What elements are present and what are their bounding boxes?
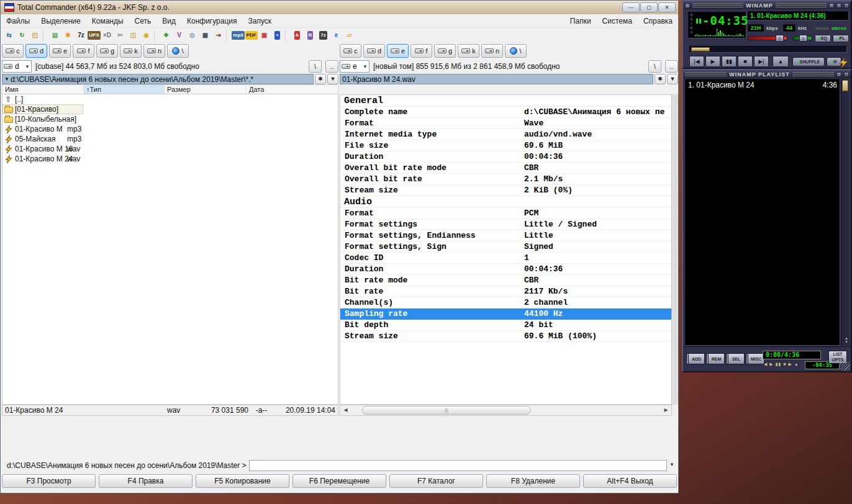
right-current-file[interactable]: 01-Красиво М 24.wav xyxy=(340,74,653,84)
info-row[interactable]: FormatWave xyxy=(340,118,671,129)
drive-e-button[interactable]: e xyxy=(49,44,71,58)
drive-root-button[interactable]: \ xyxy=(505,44,527,58)
scroll-right-arrow[interactable]: ▶ xyxy=(661,405,671,415)
menu-start[interactable]: Запуск xyxy=(243,15,278,27)
drive-c-button[interactable]: c xyxy=(340,44,361,58)
cd-disc-icon[interactable]: ◎ xyxy=(186,29,199,42)
playlist-resize-grip[interactable] xyxy=(840,362,850,371)
file-row[interactable]: ⇧[..] xyxy=(2,94,338,104)
table-list-icon[interactable]: ▦ xyxy=(199,29,212,42)
close-button[interactable]: ✕ xyxy=(658,2,676,12)
clutter-bar[interactable]: OAIDV xyxy=(689,13,694,37)
info-row[interactable]: Duration00:04:36 xyxy=(340,151,671,163)
winamp-title-bar[interactable]: WINAMP × xyxy=(683,1,851,9)
playlist-scroll-thumb[interactable] xyxy=(842,80,848,91)
unpack-icon[interactable]: ◰ xyxy=(29,29,42,42)
file-row[interactable]: 01-Красиво Мmp3 xyxy=(2,124,338,134)
spectrum-analyzer[interactable] xyxy=(695,27,744,37)
seek-thumb[interactable] xyxy=(691,47,710,52)
file-row[interactable]: [10-Колыбельная] xyxy=(2,114,338,124)
letter-a-icon[interactable]: A xyxy=(291,29,304,42)
minimize-button[interactable]: — xyxy=(622,2,640,12)
left-root-button[interactable]: \ xyxy=(309,60,322,73)
drive-k-button[interactable]: k xyxy=(458,44,479,58)
drive-f-button[interactable]: f xyxy=(73,44,94,58)
info-row[interactable]: Bit rate modeCBR xyxy=(340,275,671,286)
green-app-icon[interactable]: ❖ xyxy=(160,29,173,42)
playlist-scrollbar[interactable] xyxy=(841,79,849,346)
info-row[interactable]: Codec ID1 xyxy=(340,253,671,264)
pl-toggle-button[interactable]: PL xyxy=(833,35,849,42)
left-current-path[interactable]: ▼ d:\CUBASE\Анимация 6 новых песен до ос… xyxy=(2,74,314,84)
f4-edit-button[interactable]: F4 Правка xyxy=(99,474,193,488)
right-parent-button[interactable]: .. xyxy=(665,60,678,73)
info-row[interactable]: Overall bit rate2.1 Mb/s xyxy=(340,174,671,185)
playlist-shade-button[interactable] xyxy=(836,72,841,77)
column-header-size[interactable]: Размер xyxy=(165,85,247,94)
info-row[interactable]: Sampling rate44100 Hz xyxy=(340,308,671,320)
command-history-dropdown[interactable]: ▼ xyxy=(667,460,677,471)
right-root-button[interactable]: \ xyxy=(648,60,661,73)
info-row[interactable]: Complete named:\CUBASE\Анимация 6 новых … xyxy=(340,107,671,118)
gold-cd-icon[interactable]: ◉ xyxy=(140,29,153,42)
info-row[interactable]: Overall bit rate modeCBR xyxy=(340,163,671,174)
info-row[interactable]: Format settings, EndiannessLittle xyxy=(340,230,671,241)
column-header-name[interactable]: Имя xyxy=(2,85,84,94)
file-row[interactable]: 01-Красиво М 24wav xyxy=(2,154,338,164)
menu-files[interactable]: Файлы xyxy=(1,15,35,27)
image-tool-icon[interactable]: ▣ xyxy=(258,29,271,42)
winrar-icon[interactable]: R xyxy=(304,29,317,42)
info-vertical-scrollbar[interactable] xyxy=(672,94,678,405)
info-row[interactable]: Channel(s)2 channel xyxy=(340,297,671,308)
menu-configuration[interactable]: Конфигурация xyxy=(181,15,243,27)
shuffle-button[interactable]: SHUFFLE xyxy=(792,57,825,66)
goto-line-icon[interactable]: ⇥ xyxy=(212,29,225,42)
drive-g-button[interactable]: g xyxy=(434,44,456,58)
notepad-icon[interactable]: ▤ xyxy=(48,29,61,42)
f6-move-button[interactable]: F6 Перемещение xyxy=(292,474,386,488)
refresh-icon[interactable]: ↻ xyxy=(16,29,29,42)
xd-player-icon[interactable]: ×D xyxy=(101,29,114,42)
drive-d-button[interactable]: d xyxy=(363,44,385,58)
left-history-button[interactable]: ✱ xyxy=(315,74,326,84)
info-row[interactable]: FormatPCM xyxy=(340,208,671,219)
balance-slider[interactable] xyxy=(792,36,812,40)
info-horizontal-scrollbar[interactable]: ◀ ▶ xyxy=(340,405,672,416)
altf4-exit-button[interactable]: Alt+F4 Выход xyxy=(583,474,677,488)
previous-button[interactable]: |◀ xyxy=(689,56,704,67)
tools-icon[interactable]: ✂ xyxy=(114,29,127,42)
title-bar[interactable]: Total Commander (x64) 9.22a - JKF Sp. z … xyxy=(1,1,678,14)
pause-button[interactable]: ▮▮ xyxy=(722,56,736,67)
eq-toggle-button[interactable]: EQ xyxy=(815,35,831,42)
info-row[interactable]: Stream size2 KiB (0%) xyxy=(340,185,671,196)
next-button[interactable]: ▶| xyxy=(754,56,769,67)
file-row[interactable]: 01-Красиво М 16wav xyxy=(2,144,338,154)
drive-g-button[interactable]: g xyxy=(96,44,118,58)
eject-button[interactable]: ▲ xyxy=(773,56,789,67)
rem-button[interactable]: REM xyxy=(708,353,725,364)
left-parent-button[interactable]: .. xyxy=(325,60,338,73)
info-row[interactable]: Stream size69.6 MiB (100%) xyxy=(340,331,671,342)
winamp-close-button[interactable]: × xyxy=(844,3,849,8)
ie-icon[interactable]: e xyxy=(330,29,343,42)
playlist-title-bar[interactable]: WINAMP PLAYLIST × xyxy=(683,70,851,78)
mp3-tool-icon[interactable]: mp3 xyxy=(232,29,245,42)
drive-d-button[interactable]: d xyxy=(25,44,47,58)
info-row[interactable]: File size69.6 MiB xyxy=(340,140,671,151)
play-button[interactable]: ▶ xyxy=(705,56,720,67)
column-header-type[interactable]: ↑Тип xyxy=(84,85,165,94)
f7-mkdir-button[interactable]: F7 Каталог xyxy=(389,474,483,488)
drive-k-button[interactable]: k xyxy=(120,44,142,58)
playlist-close-button[interactable]: × xyxy=(844,72,849,77)
drive-f-button[interactable]: f xyxy=(410,44,432,58)
playlist-mini-transport[interactable]: ◀ ▶ ▮▮ ■ ▶ ▲ xyxy=(764,362,799,367)
volume-slider[interactable] xyxy=(748,36,787,40)
menu-system[interactable]: Система xyxy=(597,15,638,27)
menu-net[interactable]: Сеть xyxy=(129,15,157,27)
winamp-menu-icon[interactable] xyxy=(685,3,690,8)
playlist-item[interactable]: 1. 01-Красиво М 244:36 xyxy=(688,81,837,90)
7zip-icon[interactable]: 7z xyxy=(317,29,330,42)
scroll-thumb[interactable] xyxy=(362,406,531,415)
ftp-connect-icon[interactable]: ⇆ xyxy=(2,29,16,42)
drive-n-button[interactable]: n xyxy=(143,44,165,58)
